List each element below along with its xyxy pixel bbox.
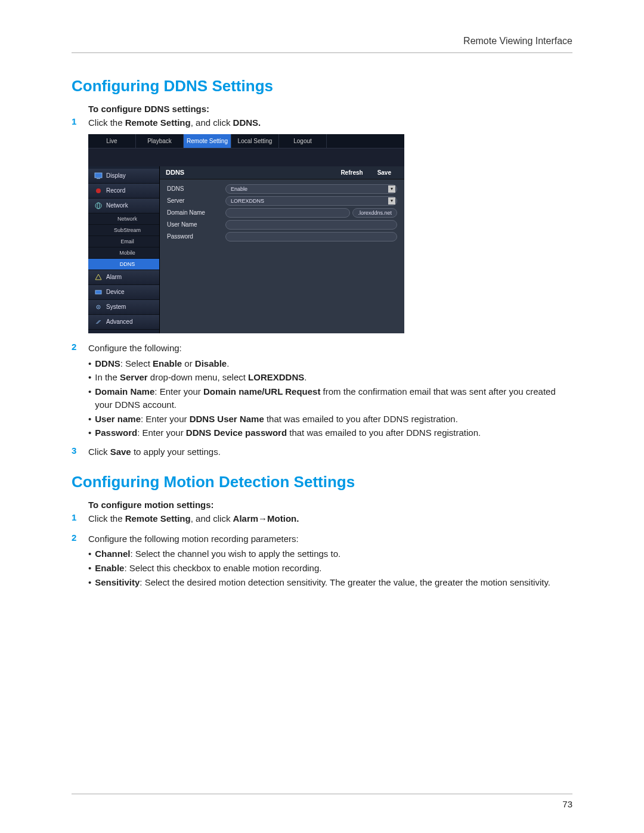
section-heading-motion: Configuring Motion Detection Settings	[72, 473, 572, 491]
text: Click the	[88, 513, 125, 524]
step-2: 2 Configure the following motion recordi…	[72, 532, 572, 546]
app-screenshot: Live Playback Remote Setting Local Setti…	[88, 134, 404, 333]
bullet: Password: Enter your DDNS Device passwor…	[88, 426, 572, 439]
bold: Motion.	[267, 513, 299, 524]
label: Server	[167, 197, 221, 204]
sidebar-item-display[interactable]: Display	[88, 169, 159, 184]
subheading: To configure DDNS settings:	[88, 104, 572, 114]
sidebar: Display Record Network Network SubStream…	[88, 166, 160, 333]
label: Alarm	[106, 274, 122, 280]
sidebar-item-network[interactable]: Network	[88, 199, 159, 213]
label: User Name	[167, 221, 221, 228]
text: : Select the desired motion detection se…	[140, 577, 550, 587]
main-panel: DDNS Refresh Save DDNS Enable▾ Server LO…	[160, 166, 404, 333]
sidebar-sub-substream[interactable]: SubStream	[88, 225, 159, 236]
bold: Channel	[95, 549, 130, 559]
bold: Domain Name	[95, 386, 154, 397]
bold: Save	[110, 447, 131, 457]
page-footer: 73	[72, 794, 572, 809]
server-select[interactable]: LOREXDDNS▾	[225, 196, 397, 206]
step-3: 3 Click Save to apply your settings.	[72, 445, 572, 459]
sidebar-item-advanced[interactable]: Advanced	[88, 315, 159, 330]
tab-playback[interactable]: Playback	[136, 134, 184, 148]
panel-title: DDNS	[166, 169, 333, 176]
username-input[interactable]	[225, 220, 397, 230]
text: : Enter your	[137, 428, 186, 438]
svg-point-3	[95, 203, 101, 209]
text: , and click	[191, 513, 233, 524]
sidebar-sub-mobile[interactable]: Mobile	[88, 247, 159, 259]
save-button[interactable]: Save	[370, 169, 398, 176]
text: In the	[95, 372, 120, 382]
domain-input[interactable]	[225, 208, 350, 218]
step-2: 2 Configure the following:	[72, 342, 572, 355]
sidebar-sub-email[interactable]: Email	[88, 236, 159, 247]
text: drop-down menu, select	[148, 372, 248, 382]
monitor-icon	[94, 172, 103, 179]
label: DDNS	[167, 185, 221, 192]
bold: Sensitivity	[95, 577, 140, 587]
divider	[72, 52, 572, 53]
bullet: User name: Enter your DDNS User Name tha…	[88, 413, 572, 426]
svg-rect-0	[95, 173, 102, 178]
step-text: Configure the following motion recording…	[88, 532, 299, 546]
domain-suffix: .lorexddns.net	[352, 208, 397, 218]
tab-remote-setting[interactable]: Remote Setting	[184, 134, 231, 148]
tab-logout[interactable]: Logout	[279, 134, 327, 148]
text: : Enter your	[154, 386, 203, 397]
step-number: 2	[72, 532, 88, 546]
svg-point-2	[96, 188, 101, 193]
label: Advanced	[106, 318, 132, 325]
step-text: Click the Remote Setting, and click Alar…	[88, 512, 299, 525]
sidebar-item-alarm[interactable]: Alarm	[88, 270, 159, 285]
bullet: Channel: Select the channel you wish to …	[88, 547, 572, 561]
sidebar-sub-network[interactable]: Network	[88, 213, 159, 225]
value: LOREXDDNS	[231, 197, 264, 205]
bold: Server	[120, 372, 148, 382]
sidebar-item-device[interactable]: Device	[88, 285, 159, 300]
sidebar-item-system[interactable]: System	[88, 300, 159, 315]
bold: Alarm	[233, 513, 259, 524]
sidebar-item-record[interactable]: Record	[88, 184, 159, 199]
tab-live[interactable]: Live	[88, 134, 136, 148]
bullet: Enable: Select this checkbox to enable m…	[88, 562, 572, 575]
bold: Password	[95, 428, 137, 438]
refresh-button[interactable]: Refresh	[333, 169, 370, 176]
step-number: 3	[72, 445, 88, 459]
globe-icon	[94, 202, 103, 209]
bullet: DDNS: Select Enable or Disable.	[88, 357, 572, 370]
bold: Enable	[95, 563, 124, 573]
value: Enable	[231, 185, 247, 193]
text: Click	[88, 447, 110, 457]
row-domain: Domain Name .lorexddns.net	[160, 207, 404, 219]
bold: Remote Setting	[125, 117, 191, 128]
sidebar-sub-ddns[interactable]: DDNS	[88, 259, 159, 270]
step-text: Click Save to apply your settings.	[88, 445, 221, 459]
label: Network	[106, 202, 128, 209]
step-1: 1 Click the Remote Setting, and click DD…	[72, 116, 572, 129]
bold: LOREXDDNS	[248, 372, 304, 382]
ddns-select[interactable]: Enable▾	[225, 184, 397, 194]
top-tabs: Live Playback Remote Setting Local Setti…	[88, 134, 404, 148]
section-heading-ddns: Configuring DDNS Settings	[72, 77, 572, 95]
text: .	[304, 372, 306, 382]
label: Device	[106, 289, 125, 295]
record-icon	[94, 187, 103, 194]
divider	[72, 794, 572, 794]
page-number: 73	[72, 799, 572, 809]
text: : Select the channel you wish to apply t…	[130, 549, 340, 559]
text: that was emailed to you after DDNS regis…	[287, 428, 481, 438]
alarm-icon	[94, 274, 103, 281]
bullet: Sensitivity: Select the desired motion d…	[88, 576, 572, 589]
svg-point-4	[97, 203, 100, 209]
bullet: In the Server drop-down menu, select LOR…	[88, 371, 572, 384]
text: : Select	[120, 358, 153, 368]
tab-local-setting[interactable]: Local Setting	[231, 134, 279, 148]
header-breadcrumb: Remote Viewing Interface	[72, 36, 572, 47]
svg-point-7	[98, 306, 99, 308]
password-input[interactable]	[225, 232, 397, 241]
bold: User name	[95, 414, 141, 424]
chevron-down-icon: ▾	[388, 197, 395, 205]
text: or	[182, 358, 195, 368]
row-server: Server LOREXDDNS▾	[160, 195, 404, 207]
